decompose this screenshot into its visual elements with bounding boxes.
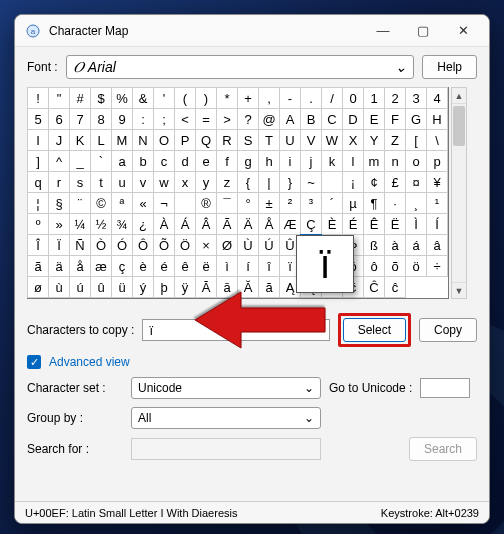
char-cell[interactable]: @ bbox=[258, 108, 280, 130]
char-cell[interactable]: ø bbox=[27, 276, 49, 298]
char-cell[interactable]: u bbox=[111, 171, 133, 193]
char-cell[interactable]: þ bbox=[153, 276, 175, 298]
char-cell[interactable]: ā bbox=[216, 276, 238, 298]
char-cell[interactable]: ô bbox=[363, 255, 385, 277]
char-cell[interactable]: ¼ bbox=[69, 213, 91, 235]
char-cell[interactable]: ! bbox=[27, 87, 49, 109]
char-cell[interactable]: ¿ bbox=[132, 213, 154, 235]
char-cell[interactable]: k bbox=[321, 150, 343, 172]
char-cell[interactable]: è bbox=[132, 255, 154, 277]
char-cell[interactable]: w bbox=[153, 171, 175, 193]
char-cell[interactable]: ö bbox=[405, 255, 427, 277]
char-cell[interactable]: Ó bbox=[111, 234, 133, 256]
char-cell[interactable]: L bbox=[90, 129, 112, 151]
char-cell[interactable]: î bbox=[258, 255, 280, 277]
char-cell[interactable]: ¤ bbox=[405, 171, 427, 193]
char-cell[interactable]: " bbox=[48, 87, 70, 109]
char-cell[interactable]: N bbox=[132, 129, 154, 151]
char-cell[interactable]: ã bbox=[27, 255, 49, 277]
char-cell[interactable]: * bbox=[216, 87, 238, 109]
char-cell[interactable]: ü bbox=[111, 276, 133, 298]
char-cell[interactable]: 5 bbox=[27, 108, 49, 130]
char-cell[interactable]: r bbox=[48, 171, 70, 193]
char-cell[interactable]: Õ bbox=[153, 234, 175, 256]
char-cell[interactable]: % bbox=[111, 87, 133, 109]
char-cell[interactable]: F bbox=[384, 108, 406, 130]
char-cell[interactable]: Ï bbox=[48, 234, 70, 256]
char-cell[interactable]: ¥ bbox=[426, 171, 448, 193]
char-cell[interactable]: Æ bbox=[279, 213, 301, 235]
char-cell[interactable]: ® bbox=[195, 192, 217, 214]
char-cell[interactable]: 7 bbox=[69, 108, 91, 130]
char-cell[interactable]: â bbox=[426, 234, 448, 256]
copy-button[interactable]: Copy bbox=[419, 318, 477, 342]
advanced-checkbox[interactable]: ✓ bbox=[27, 355, 41, 369]
char-cell[interactable]: § bbox=[48, 192, 70, 214]
char-cell[interactable]: ~ bbox=[300, 171, 322, 193]
char-cell[interactable]: < bbox=[174, 108, 196, 130]
char-cell[interactable]: û bbox=[90, 276, 112, 298]
char-cell[interactable]: # bbox=[69, 87, 91, 109]
char-cell[interactable]: R bbox=[216, 129, 238, 151]
char-cell[interactable]: » bbox=[48, 213, 70, 235]
char-cell[interactable]: ¯ bbox=[216, 192, 238, 214]
char-cell[interactable]: M bbox=[111, 129, 133, 151]
select-button[interactable]: Select bbox=[343, 318, 406, 342]
char-cell[interactable]: Ò bbox=[90, 234, 112, 256]
char-cell[interactable]: Ç bbox=[300, 213, 322, 235]
char-cell[interactable]: > bbox=[216, 108, 238, 130]
scroll-down-icon[interactable]: ▼ bbox=[452, 282, 466, 298]
char-cell[interactable]: ¸ bbox=[405, 192, 427, 214]
char-cell[interactable]: í bbox=[237, 255, 259, 277]
char-cell[interactable]: Ì bbox=[405, 213, 427, 235]
char-cell[interactable]: 4 bbox=[426, 87, 448, 109]
char-cell[interactable]: _ bbox=[69, 150, 91, 172]
char-cell[interactable]: q bbox=[27, 171, 49, 193]
char-cell[interactable]: Y bbox=[363, 129, 385, 151]
minimize-button[interactable]: — bbox=[363, 17, 403, 45]
char-cell[interactable]: y bbox=[195, 171, 217, 193]
char-cell[interactable]: Ù bbox=[237, 234, 259, 256]
char-cell[interactable]: ç bbox=[111, 255, 133, 277]
char-cell[interactable]: j bbox=[300, 150, 322, 172]
char-cell[interactable]: - bbox=[279, 87, 301, 109]
char-cell[interactable]: à bbox=[384, 234, 406, 256]
char-cell[interactable]: å bbox=[69, 255, 91, 277]
search-button[interactable]: Search bbox=[409, 437, 477, 461]
char-cell[interactable]: Ā bbox=[195, 276, 217, 298]
char-cell[interactable]: { bbox=[237, 171, 259, 193]
char-cell[interactable]: X bbox=[342, 129, 364, 151]
char-cell[interactable]: V bbox=[300, 129, 322, 151]
char-cell[interactable]: ¢ bbox=[363, 171, 385, 193]
char-cell[interactable]: G bbox=[405, 108, 427, 130]
char-cell[interactable]: õ bbox=[384, 255, 406, 277]
char-cell[interactable]: Í bbox=[426, 213, 448, 235]
char-cell[interactable]: l bbox=[342, 150, 364, 172]
char-cell[interactable]: ` bbox=[90, 150, 112, 172]
char-cell[interactable]: ° bbox=[237, 192, 259, 214]
char-cell[interactable]: z bbox=[216, 171, 238, 193]
char-cell[interactable]: Å bbox=[258, 213, 280, 235]
charset-select[interactable]: Unicode ⌄ bbox=[131, 377, 321, 399]
char-cell[interactable]: ÷ bbox=[426, 255, 448, 277]
char-cell[interactable]: c bbox=[153, 150, 175, 172]
char-cell[interactable]: · bbox=[384, 192, 406, 214]
char-cell[interactable]: ú bbox=[69, 276, 91, 298]
char-cell[interactable]: ¶ bbox=[363, 192, 385, 214]
char-cell[interactable]: v bbox=[132, 171, 154, 193]
char-cell[interactable]: . bbox=[300, 87, 322, 109]
char-cell[interactable]: ª bbox=[111, 192, 133, 214]
char-cell[interactable]: É bbox=[342, 213, 364, 235]
char-cell[interactable]: Â bbox=[195, 213, 217, 235]
char-cell[interactable]: H bbox=[426, 108, 448, 130]
char-cell[interactable]: À bbox=[153, 213, 175, 235]
char-cell[interactable]: æ bbox=[90, 255, 112, 277]
char-cell[interactable]: D bbox=[342, 108, 364, 130]
scroll-thumb[interactable] bbox=[453, 106, 465, 146]
char-cell[interactable]: n bbox=[384, 150, 406, 172]
char-cell[interactable]: ë bbox=[195, 255, 217, 277]
char-cell[interactable]: ¾ bbox=[111, 213, 133, 235]
char-cell[interactable]: p bbox=[426, 150, 448, 172]
char-cell[interactable]: h bbox=[258, 150, 280, 172]
char-cell[interactable]: ' bbox=[153, 87, 175, 109]
